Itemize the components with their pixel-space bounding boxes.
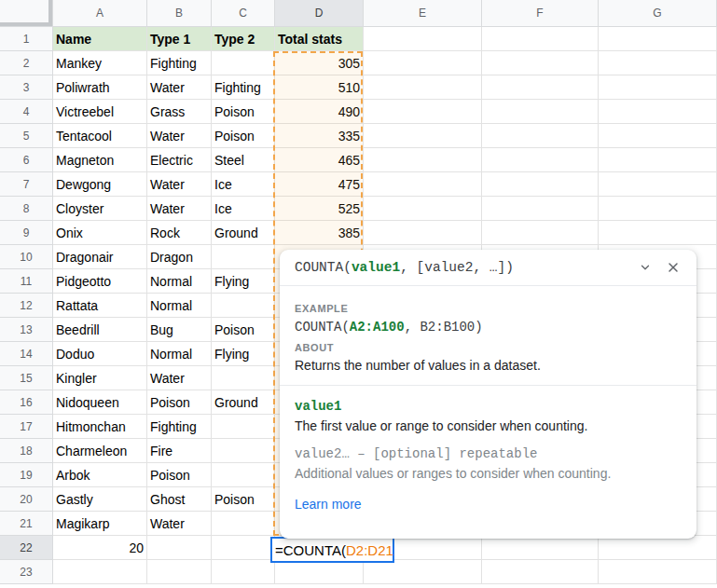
cell-A7[interactable]: Dewgong	[53, 172, 147, 197]
cell-D1[interactable]: Total stats	[275, 27, 364, 51]
cell-B17[interactable]: Fighting	[147, 415, 212, 439]
cell-D23[interactable]	[275, 560, 364, 584]
cell-E1[interactable]	[364, 27, 482, 51]
cell-D7[interactable]: 475	[275, 172, 364, 197]
cell-A17[interactable]: Hitmonchan	[53, 415, 147, 439]
column-header-b[interactable]: B	[147, 0, 212, 27]
cell-C23[interactable]	[212, 560, 275, 584]
row-header-8[interactable]: 8	[0, 197, 53, 221]
cell-F2[interactable]	[482, 51, 599, 75]
cell-C10[interactable]	[212, 245, 275, 269]
cell-C14[interactable]: Flying	[212, 342, 275, 366]
cell-D8[interactable]: 525	[275, 197, 364, 221]
row-header-9[interactable]: 9	[0, 221, 53, 245]
cell-A14[interactable]: Doduo	[53, 342, 147, 366]
cell-F9[interactable]	[482, 221, 599, 245]
row-header-18[interactable]: 18	[0, 439, 53, 463]
cell-B9[interactable]: Rock	[147, 221, 212, 245]
cell-E7[interactable]	[364, 172, 482, 197]
cell-A10[interactable]: Dragonair	[53, 245, 147, 269]
cell-E23[interactable]	[364, 560, 482, 584]
cell-B19[interactable]: Poison	[147, 463, 212, 487]
cell-F3[interactable]	[482, 75, 599, 100]
cell-C18[interactable]	[212, 439, 275, 463]
collapse-button[interactable]	[633, 255, 657, 280]
cell-B3[interactable]: Water	[147, 75, 212, 100]
cell-C20[interactable]: Poison	[212, 487, 275, 512]
column-header-a[interactable]: A	[53, 0, 147, 27]
cell-A4[interactable]: Victreebel	[53, 100, 147, 124]
cell-F1[interactable]	[482, 27, 599, 51]
cell-A12[interactable]: Rattata	[53, 294, 147, 318]
row-header-3[interactable]: 3	[0, 75, 53, 100]
cell-G9[interactable]	[599, 221, 717, 245]
row-header-1[interactable]: 1	[0, 27, 53, 51]
cell-A15[interactable]: Kingler	[53, 366, 147, 390]
cell-C6[interactable]: Steel	[212, 148, 275, 172]
cell-G23[interactable]	[599, 560, 717, 584]
cell-B14[interactable]: Normal	[147, 342, 212, 366]
row-header-5[interactable]: 5	[0, 124, 53, 148]
cell-G5[interactable]	[599, 124, 717, 148]
cell-B4[interactable]: Grass	[147, 100, 212, 124]
column-header-f[interactable]: F	[482, 0, 599, 27]
row-header-17[interactable]: 17	[0, 415, 53, 439]
cell-B2[interactable]: Fighting	[147, 51, 212, 75]
cell-F23[interactable]	[482, 560, 599, 584]
cell-A21[interactable]: Magikarp	[53, 512, 147, 536]
cell-F22[interactable]	[482, 536, 599, 560]
cell-A18[interactable]: Charmeleon	[53, 439, 147, 463]
cell-A11[interactable]: Pidgeotto	[53, 269, 147, 294]
cell-C2[interactable]	[212, 51, 275, 75]
cell-A22[interactable]: 20	[53, 536, 147, 560]
cell-F4[interactable]	[482, 100, 599, 124]
cell-G1[interactable]	[599, 27, 717, 51]
cell-D9[interactable]: 385	[275, 221, 364, 245]
cell-G2[interactable]	[599, 51, 717, 75]
cell-E6[interactable]	[364, 148, 482, 172]
cell-C11[interactable]: Flying	[212, 269, 275, 294]
cell-A9[interactable]: Onix	[53, 221, 147, 245]
cell-C21[interactable]	[212, 512, 275, 536]
row-header-20[interactable]: 20	[0, 487, 53, 512]
cell-C3[interactable]: Fighting	[212, 75, 275, 100]
row-header-21[interactable]: 21	[0, 512, 53, 536]
cell-C12[interactable]	[212, 294, 275, 318]
cell-D3[interactable]: 510	[275, 75, 364, 100]
cell-B5[interactable]: Water	[147, 124, 212, 148]
select-all-corner[interactable]	[0, 0, 53, 27]
cell-A2[interactable]: Mankey	[53, 51, 147, 75]
row-header-6[interactable]: 6	[0, 148, 53, 172]
cell-D5[interactable]: 335	[275, 124, 364, 148]
cell-C1[interactable]: Type 2	[212, 27, 275, 51]
column-header-c[interactable]: C	[212, 0, 275, 27]
cell-C16[interactable]: Ground	[212, 390, 275, 415]
close-button[interactable]	[661, 255, 685, 280]
cell-B23[interactable]	[147, 560, 212, 584]
cell-B15[interactable]: Water	[147, 366, 212, 390]
cell-G8[interactable]	[599, 197, 717, 221]
row-header-11[interactable]: 11	[0, 269, 53, 294]
cell-A6[interactable]: Magneton	[53, 148, 147, 172]
cell-F5[interactable]	[482, 124, 599, 148]
cell-A13[interactable]: Beedrill	[53, 318, 147, 342]
cell-B7[interactable]: Water	[147, 172, 212, 197]
cell-F6[interactable]	[482, 148, 599, 172]
cell-G7[interactable]	[599, 172, 717, 197]
cell-G6[interactable]	[599, 148, 717, 172]
cell-A1[interactable]: Name	[53, 27, 147, 51]
cell-G3[interactable]	[599, 75, 717, 100]
cell-E9[interactable]	[364, 221, 482, 245]
cell-B16[interactable]: Poison	[147, 390, 212, 415]
cell-B10[interactable]: Dragon	[147, 245, 212, 269]
row-header-12[interactable]: 12	[0, 294, 53, 318]
cell-B20[interactable]: Ghost	[147, 487, 212, 512]
cell-E2[interactable]	[364, 51, 482, 75]
cell-B21[interactable]: Water	[147, 512, 212, 536]
column-header-e[interactable]: E	[364, 0, 482, 27]
cell-C9[interactable]: Ground	[212, 221, 275, 245]
formula-cell-editor[interactable]: =COUNTA(D2:D21	[270, 537, 394, 563]
cell-B12[interactable]: Normal	[147, 294, 212, 318]
cell-D6[interactable]: 465	[275, 148, 364, 172]
row-header-15[interactable]: 15	[0, 366, 53, 390]
